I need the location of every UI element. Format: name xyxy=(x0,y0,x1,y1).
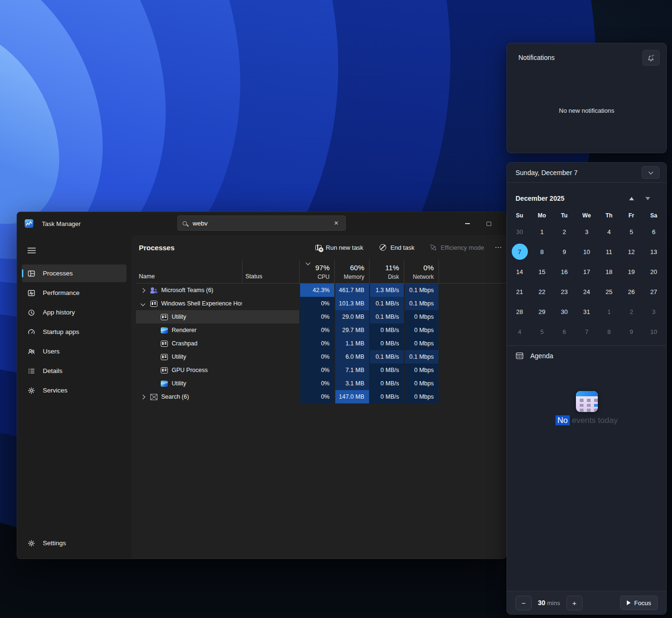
sidebar-item-details[interactable]: Details xyxy=(22,362,127,380)
end-task-button[interactable]: End task xyxy=(375,241,419,254)
table-row[interactable]: Utility0%3.1 MB0 MB/s0 Mbps xyxy=(136,377,506,390)
calendar-day[interactable]: 9 xyxy=(553,242,575,262)
cpu-total: 97% xyxy=(315,264,330,272)
sidebar-item-app-history[interactable]: App history xyxy=(22,304,127,321)
sidebar-item-users[interactable]: Users xyxy=(22,343,127,360)
focus-button[interactable]: Focus xyxy=(620,596,658,610)
calendar-day[interactable]: 11 xyxy=(598,242,620,262)
calendar-day[interactable]: 14 xyxy=(508,262,531,282)
sidebar-item-settings[interactable]: Settings xyxy=(22,534,127,552)
sidebar-item-processes[interactable]: Processes xyxy=(22,265,127,282)
column-header-cpu[interactable]: 97% CPU xyxy=(299,260,334,283)
calendar-day[interactable]: 31 xyxy=(575,302,598,322)
table-row[interactable]: Utility0%29.0 MB0.1 MB/s0 Mbps xyxy=(136,310,506,324)
calendar-day[interactable]: 2 xyxy=(620,302,643,322)
chevron-right-icon[interactable] xyxy=(139,289,146,292)
calendar-day[interactable]: 5 xyxy=(531,322,553,342)
calendar-day[interactable]: 4 xyxy=(598,222,620,242)
weekday-label: Tu xyxy=(553,209,575,222)
calendar-day[interactable]: 20 xyxy=(643,262,665,282)
calendar-day[interactable]: 5 xyxy=(620,222,643,242)
calendar-day[interactable]: 24 xyxy=(575,282,598,302)
memory-cell: 29.7 MB xyxy=(334,324,369,337)
column-header-disk[interactable]: 11% Disk xyxy=(369,260,404,283)
calendar-day[interactable]: 6 xyxy=(553,322,575,342)
calendar-day[interactable]: 17 xyxy=(575,262,598,282)
column-header-memory[interactable]: 60% Memory xyxy=(334,260,369,283)
increase-duration-button[interactable]: + xyxy=(566,596,583,610)
table-row[interactable]: Search (6)0%147.0 MB0 MB/s0 Mbps xyxy=(136,390,506,403)
minimize-button[interactable] xyxy=(457,212,478,235)
search-clear-button[interactable]: ✕ xyxy=(332,219,341,227)
calendar-day[interactable]: 29 xyxy=(531,302,553,322)
day-number: 22 xyxy=(534,284,550,300)
focus-button-label: Focus xyxy=(634,599,651,607)
calendar-day[interactable]: 28 xyxy=(508,302,531,322)
calendar-day[interactable]: 7 xyxy=(575,322,598,342)
table-row[interactable]: Crashpad0%1.1 MB0 MB/s0 Mbps xyxy=(136,337,506,350)
calendar-day[interactable]: 3 xyxy=(643,302,665,322)
do-not-disturb-button[interactable]: z z xyxy=(643,50,660,66)
calendar-day[interactable]: 15 xyxy=(531,262,553,282)
app-window-icon xyxy=(150,301,157,307)
calendar-day-selected[interactable]: 7 xyxy=(508,242,531,262)
calendar-day[interactable]: 2 xyxy=(553,222,575,242)
titlebar[interactable]: Task Manager ✕ xyxy=(17,212,506,235)
column-header-name[interactable]: Name xyxy=(136,260,242,283)
sidebar-item-startup-apps[interactable]: Startup apps xyxy=(22,323,127,341)
sidebar-item-performance[interactable]: Performance xyxy=(22,284,127,302)
efficiency-mode-button[interactable]: Efficiency mode xyxy=(426,241,489,254)
day-number: 23 xyxy=(556,284,573,300)
maximize-button[interactable] xyxy=(478,212,500,235)
table-row[interactable]: Renderer0%29.7 MB0 MB/s0 Mbps xyxy=(136,324,506,337)
day-number: 8 xyxy=(534,244,550,260)
column-header-network[interactable]: 0% Network xyxy=(404,260,438,283)
calendar-day[interactable]: 27 xyxy=(643,282,665,302)
agenda-icon xyxy=(516,352,524,360)
table-row[interactable]: GPU Process0%7.1 MB0 MB/s0 Mbps xyxy=(136,363,506,377)
cpu-cell: 0% xyxy=(299,297,334,310)
calendar-day[interactable]: 1 xyxy=(531,222,553,242)
chevron-right-icon[interactable] xyxy=(139,395,146,399)
previous-month-button[interactable] xyxy=(623,192,640,205)
more-options-button[interactable]: ⋯ xyxy=(494,241,503,254)
calendar-day[interactable]: 10 xyxy=(643,322,665,342)
calendar-day[interactable]: 4 xyxy=(508,322,531,342)
sidebar-item-label: Processes xyxy=(43,270,73,277)
table-row[interactable]: Utility0%6.0 MB0.1 MB/s0.1 Mbps xyxy=(136,350,506,363)
calendar-day[interactable]: 8 xyxy=(531,242,553,262)
search-box[interactable]: ✕ xyxy=(177,216,346,231)
table-row[interactable]: Windows Shell Experience Hos...0%101.3 M… xyxy=(136,297,506,310)
menu-button[interactable] xyxy=(23,242,40,259)
calendar-day[interactable]: 19 xyxy=(620,262,643,282)
sidebar-item-services[interactable]: Services xyxy=(22,382,127,399)
calendar-day[interactable]: 8 xyxy=(598,322,620,342)
weekday-label: We xyxy=(575,209,598,222)
run-new-task-button[interactable]: Run new task xyxy=(311,241,368,254)
calendar-day[interactable]: 13 xyxy=(643,242,665,262)
calendar-day[interactable]: 21 xyxy=(508,282,531,302)
day-number: 11 xyxy=(601,244,617,260)
calendar-day[interactable]: 22 xyxy=(531,282,553,302)
decrease-duration-button[interactable]: − xyxy=(516,596,532,610)
calendar-day[interactable]: 23 xyxy=(553,282,575,302)
calendar-day[interactable]: 18 xyxy=(598,262,620,282)
calendar-day[interactable]: 12 xyxy=(620,242,643,262)
calendar-day[interactable]: 10 xyxy=(575,242,598,262)
calendar-day[interactable]: 16 xyxy=(553,262,575,282)
calendar-day[interactable]: 26 xyxy=(620,282,643,302)
next-month-button[interactable] xyxy=(640,192,656,205)
memory-cell: 101.3 MB xyxy=(334,297,369,310)
search-input[interactable] xyxy=(192,219,327,227)
calendar-day[interactable]: 30 xyxy=(553,302,575,322)
calendar-day[interactable]: 6 xyxy=(643,222,665,242)
chevron-down-icon[interactable] xyxy=(139,302,146,305)
collapse-calendar-button[interactable] xyxy=(642,166,660,179)
calendar-day[interactable]: 30 xyxy=(508,222,531,242)
calendar-day[interactable]: 25 xyxy=(598,282,620,302)
column-header-status[interactable]: Status xyxy=(242,260,299,283)
calendar-day[interactable]: 3 xyxy=(575,222,598,242)
calendar-day[interactable]: 1 xyxy=(598,302,620,322)
calendar-day[interactable]: 9 xyxy=(620,322,643,342)
table-row[interactable]: Microsoft Teams (6)42.3%461.7 MB1.3 MB/s… xyxy=(136,284,506,297)
